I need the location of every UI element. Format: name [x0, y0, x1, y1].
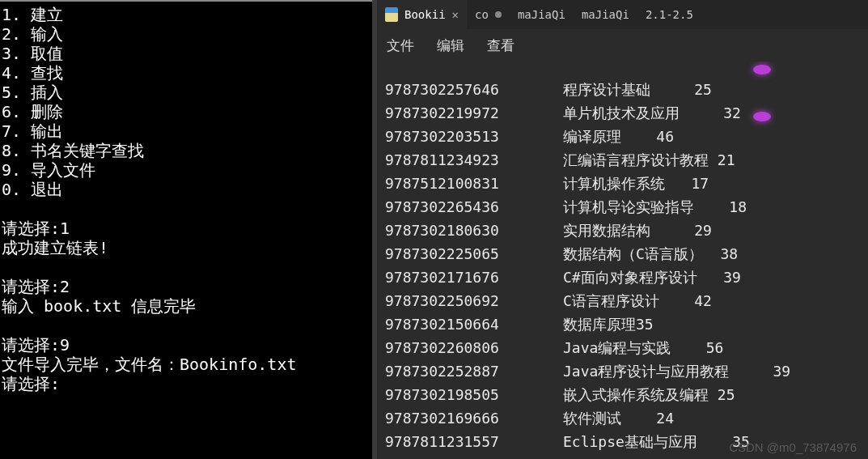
tab-label: co [475, 8, 489, 21]
editor-panel: Bookii✕comaJiaQimaJiaQi2.1-2.5 文件编辑查看 97… [372, 0, 868, 459]
highlight-marker-icon [753, 65, 771, 74]
book-row: 9787302260806Java编程与实践 56 [385, 336, 860, 359]
book-details: 数据结构（C语言版） 38 [563, 242, 860, 266]
book-isbn: 9787811234923 [385, 148, 563, 172]
menu-item-2[interactable]: 查看 [487, 36, 514, 55]
book-isbn: 9787302265436 [385, 195, 563, 219]
tab-1[interactable]: co [467, 0, 510, 29]
book-row: 9787512100831计算机操作系统 17 [385, 172, 860, 195]
modified-dot-icon [495, 11, 502, 18]
book-details: 计算机操作系统 17 [563, 172, 860, 195]
tab-0[interactable]: Bookii✕ [377, 0, 467, 29]
book-row: 9787811234923汇编语言程序设计教程 21 [385, 148, 860, 172]
tab-label: 2.1-2.5 [646, 8, 693, 21]
tab-bar: Bookii✕comaJiaQimaJiaQi2.1-2.5 [377, 0, 868, 29]
menu-bar: 文件编辑查看 [377, 29, 868, 62]
book-row: 9787302252887Java程序设计与应用教程 39 [385, 359, 860, 383]
book-row: 9787302225065数据结构（C语言版） 38 [385, 242, 860, 266]
book-isbn: 9787302257646 [385, 78, 563, 101]
book-details: 汇编语言程序设计教程 21 [563, 148, 860, 172]
menu-item-1[interactable]: 编辑 [437, 36, 464, 55]
book-isbn: 9787512100831 [385, 172, 563, 195]
book-isbn: 9787302171676 [385, 266, 563, 289]
book-details: 编译原理 46 [563, 125, 860, 148]
book-row: 9787302257646程序设计基础 25 [385, 78, 860, 101]
highlight-marker-icon [753, 112, 771, 121]
book-row: 9787302265436计算机导论实验指导 18 [385, 195, 860, 219]
tab-label: Bookii [404, 8, 446, 21]
book-details: 计算机导论实验指导 18 [563, 195, 860, 219]
file-icon [385, 7, 398, 22]
book-isbn: 9787302260806 [385, 336, 563, 359]
book-row: 9787302250692C语言程序设计 42 [385, 289, 860, 312]
book-row: 9787302219972单片机技术及应用 32 [385, 101, 860, 125]
book-row: 9787302203513编译原理 46 [385, 125, 860, 148]
book-row: 9787302169666软件测试 24 [385, 406, 860, 430]
book-isbn: 9787302219972 [385, 101, 563, 125]
book-details: 实用数据结构 29 [563, 219, 860, 242]
tab-label: maJiaQi [518, 8, 565, 21]
book-row: 9787302180630实用数据结构 29 [385, 219, 860, 242]
book-details: 单片机技术及应用 32 [563, 101, 860, 125]
book-details: C#面向对象程序设计 39 [563, 266, 860, 289]
book-isbn: 9787302250692 [385, 289, 563, 312]
book-isbn: 9787302180630 [385, 219, 563, 242]
watermark-text: CSDN @m0_73874976 [729, 440, 857, 454]
editor-content: 9787302257646程序设计基础 259787302219972单片机技术… [377, 62, 868, 459]
tab-4[interactable]: 2.1-2.5 [637, 0, 701, 29]
tab-3[interactable]: maJiaQi [574, 0, 637, 29]
tab-label: maJiaQi [582, 8, 629, 21]
terminal-panel[interactable]: 1. 建立 2. 输入 3. 取值 4. 查找 5. 插入 6. 删除 7. 输… [0, 0, 372, 459]
book-isbn: 9787302203513 [385, 125, 563, 148]
book-isbn: 9787302169666 [385, 406, 563, 430]
book-isbn: 9787302252887 [385, 359, 563, 383]
menu-item-0[interactable]: 文件 [387, 36, 414, 55]
book-details: C语言程序设计 42 [563, 289, 860, 312]
book-isbn: 9787302150664 [385, 312, 563, 336]
book-row: 9787302171676C#面向对象程序设计 39 [385, 266, 860, 289]
book-isbn: 9787811231557 [385, 430, 563, 453]
book-isbn: 9787302225065 [385, 242, 563, 266]
book-row: 9787302198505嵌入式操作系统及编程 25 [385, 383, 860, 406]
book-details: 软件测试 24 [563, 406, 860, 430]
book-details: 数据库原理35 [563, 312, 860, 336]
tab-2[interactable]: maJiaQi [510, 0, 574, 29]
book-row: 9787302150664数据库原理35 [385, 312, 860, 336]
book-details: 程序设计基础 25 [563, 78, 860, 101]
book-details: Java程序设计与应用教程 39 [563, 359, 860, 383]
book-details: 嵌入式操作系统及编程 25 [563, 383, 860, 406]
book-isbn: 9787302198505 [385, 383, 563, 406]
close-icon[interactable]: ✕ [452, 8, 459, 21]
book-details: Java编程与实践 56 [563, 336, 860, 359]
